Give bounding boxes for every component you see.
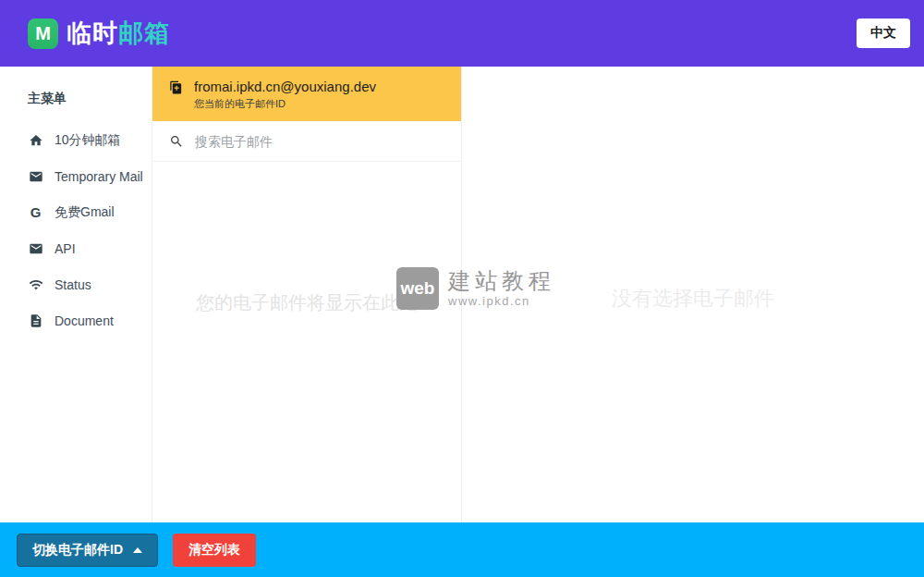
mail-logo-icon: M [28, 18, 58, 49]
clear-list-button[interactable]: 清空列表 [173, 534, 256, 567]
caret-up-icon [133, 547, 142, 553]
sidebar-item-label: 免费Gmail [55, 204, 115, 221]
app-title-primary: 临时 [67, 19, 118, 47]
temp-mail-app: M 临时邮箱 中文 主菜单 10分钟邮箱 Temporary Mail G 免费… [0, 0, 924, 577]
document-icon [28, 313, 43, 328]
sidebar-item-temporary-mail[interactable]: Temporary Mail [0, 158, 152, 194]
sidebar-item-label: Temporary Mail [55, 169, 143, 184]
web-badge-icon: web [396, 267, 439, 310]
search-email-input[interactable] [195, 134, 444, 149]
sidebar-item-10min-mail[interactable]: 10分钟邮箱 [0, 122, 152, 158]
copy-icon [169, 80, 183, 94]
switch-email-id-button[interactable]: 切换电子邮件ID [17, 534, 158, 567]
sidebar-item-free-gmail[interactable]: G 免费Gmail [0, 194, 152, 230]
envelope-icon [28, 240, 43, 256]
email-search-bar [152, 121, 461, 162]
watermark-texts: 建站教程 www.ipkd.cn [448, 270, 555, 308]
switch-email-id-label: 切换电子邮件ID [32, 542, 123, 559]
app-title: 临时邮箱 [67, 17, 170, 50]
current-email-id: fromai.ipkd.cn@youxiang.dev [194, 79, 376, 94]
sidebar-item-api[interactable]: API [0, 230, 152, 266]
sidebar-item-status[interactable]: Status [0, 266, 152, 302]
watermark-url: www.ipkd.cn [448, 294, 555, 308]
sidebar-item-label: API [55, 241, 76, 256]
search-icon [169, 134, 184, 149]
footer-action-bar: 切换电子邮件ID 清空列表 [0, 522, 924, 577]
sidebar-item-document[interactable]: Document [0, 302, 152, 338]
app-header: M 临时邮箱 中文 [0, 0, 924, 67]
watermark-title: 建站教程 [448, 270, 555, 292]
current-email-texts: fromai.ipkd.cn@youxiang.dev 您当前的电子邮件ID [194, 79, 376, 111]
home-icon [28, 132, 43, 148]
sidebar: 主菜单 10分钟邮箱 Temporary Mail G 免费Gmail API [0, 67, 152, 522]
site-watermark: web 建站教程 www.ipkd.cn [396, 267, 555, 310]
current-email-banner[interactable]: fromai.ipkd.cn@youxiang.dev 您当前的电子邮件ID [152, 67, 461, 121]
wifi-icon [28, 276, 43, 292]
google-g-icon: G [28, 204, 43, 220]
sidebar-section-title: 主菜单 [28, 91, 152, 107]
envelope-icon [28, 168, 43, 184]
sidebar-item-label: Status [55, 277, 91, 292]
current-email-caption: 您当前的电子邮件ID [194, 97, 376, 111]
app-title-accent: 邮箱 [118, 19, 170, 47]
app-logo[interactable]: M 临时邮箱 [28, 17, 170, 50]
sidebar-item-label: Document [55, 313, 114, 328]
sidebar-item-label: 10分钟邮箱 [55, 132, 121, 149]
language-switch-button[interactable]: 中文 [857, 18, 910, 48]
